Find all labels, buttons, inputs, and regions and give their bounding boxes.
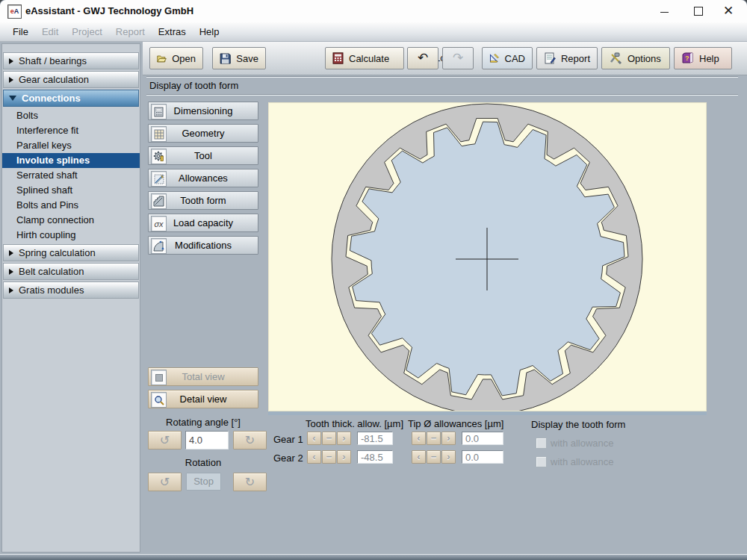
redo-icon: ↷ bbox=[453, 52, 463, 64]
geometry-button[interactable]: Geometry bbox=[148, 124, 258, 143]
rotating-angle-label: Rotating angle [°] bbox=[148, 417, 258, 428]
tooth-form-canvas[interactable] bbox=[268, 102, 707, 411]
open-button[interactable]: Open bbox=[149, 47, 203, 69]
menu-help[interactable]: Help bbox=[193, 22, 226, 41]
rotate-cw-icon: ↻ bbox=[245, 476, 255, 488]
menu-project: Project bbox=[65, 22, 108, 41]
sidebar-section-connections[interactable]: Connections bbox=[3, 90, 139, 107]
report-button[interactable]: Report bbox=[536, 47, 598, 69]
gear1-thickness-dec-button[interactable]: ‹ bbox=[307, 432, 321, 445]
tooth-form-button[interactable]: Tooth form bbox=[148, 191, 258, 210]
tooth-thickness-header: Tooth thick. allow. [µm] bbox=[306, 418, 403, 429]
sidebar-item-hirth-coupling[interactable]: Hirth coupling bbox=[2, 228, 140, 243]
floppy-disk-icon bbox=[220, 53, 231, 64]
menu-edit: Edit bbox=[35, 22, 65, 41]
gear1-tip-dec-button[interactable]: ‹ bbox=[412, 432, 426, 445]
modifications-button[interactable]: Modifications bbox=[148, 236, 258, 255]
chevron-right-icon: › bbox=[447, 451, 450, 462]
tools-icon bbox=[609, 52, 622, 64]
gear1-thickness-input[interactable] bbox=[357, 432, 393, 445]
sidebar-section-belt-calculation[interactable]: Belt calculation bbox=[3, 263, 139, 280]
chevron-left-icon: ‹ bbox=[312, 432, 315, 444]
rotating-angle-input[interactable] bbox=[185, 431, 229, 449]
gear2-thickness-dec-button[interactable]: ‹ bbox=[307, 450, 321, 464]
chevron-right-icon: › bbox=[342, 451, 345, 462]
gear2-label: Gear 2 bbox=[273, 452, 303, 464]
gear2-tip-input[interactable] bbox=[462, 450, 503, 464]
app-icon: eA bbox=[7, 4, 22, 19]
rotate-ccw-button[interactable]: ↺ bbox=[148, 431, 182, 449]
gear1-tip-input[interactable] bbox=[462, 432, 503, 445]
divider bbox=[146, 76, 738, 78]
help-button[interactable]: ? Help bbox=[674, 47, 732, 69]
sidebar-item-serrated-shaft[interactable]: Serrated shaft bbox=[2, 168, 140, 183]
calculate-button[interactable]: Calculate bbox=[325, 47, 404, 69]
chevron-left-icon: ‹ bbox=[417, 451, 420, 462]
menu-report: Report bbox=[109, 22, 152, 41]
chevron-left-icon: ‹ bbox=[312, 451, 315, 462]
title-bar: eA eAssistant - GWJ Technology GmbH ✕ bbox=[0, 0, 747, 23]
cad-icon bbox=[489, 52, 500, 64]
sidebar-section-spring-calculation[interactable]: Spring calculation bbox=[3, 244, 139, 261]
with-allowance-checkbox-2 bbox=[536, 456, 547, 467]
gear2-tip-inc-button[interactable]: › bbox=[441, 450, 456, 464]
minus-icon: − bbox=[326, 432, 332, 444]
toolbar: Open Save Local Calculate ↶ ↷ CAD Report bbox=[143, 42, 747, 75]
save-button[interactable]: Save bbox=[212, 47, 266, 69]
menu-extras[interactable]: Extras bbox=[152, 22, 193, 41]
detail-view-button[interactable]: Detail view bbox=[148, 390, 258, 408]
cad-button[interactable]: CAD bbox=[482, 47, 533, 69]
maximize-button[interactable] bbox=[687, 3, 710, 19]
gear1-thickness-zero-button[interactable]: − bbox=[322, 432, 336, 445]
minimize-button[interactable] bbox=[653, 3, 675, 19]
close-button[interactable]: ✕ bbox=[717, 3, 740, 19]
gear1-thickness-inc-button[interactable]: › bbox=[337, 432, 351, 445]
gear2-tip-zero-button[interactable]: − bbox=[427, 450, 441, 464]
rotate-cw-icon: ↻ bbox=[245, 434, 255, 447]
rotate-ccw-icon: ↺ bbox=[160, 476, 170, 488]
allowances-button[interactable]: Allowances bbox=[148, 169, 258, 187]
menu-file[interactable]: File bbox=[6, 22, 35, 41]
sidebar-item-parallel-keys[interactable]: Parallel keys bbox=[2, 138, 140, 153]
gear2-tip-dec-button[interactable]: ‹ bbox=[412, 450, 426, 464]
panel-title: Display of tooth form bbox=[149, 80, 238, 91]
rotation-ccw-button[interactable]: ↺ bbox=[148, 473, 182, 491]
window-bottom-edge bbox=[0, 554, 747, 560]
collapsed-arrow-icon bbox=[9, 58, 13, 64]
sidebar-item-splined-shaft[interactable]: Splined shaft bbox=[2, 183, 140, 198]
calculator-icon bbox=[332, 52, 344, 64]
maximize-icon bbox=[694, 7, 703, 16]
help-book-icon: ? bbox=[681, 52, 694, 64]
chevron-left-icon: ‹ bbox=[417, 432, 420, 444]
sidebar-item-bolts[interactable]: Bolts bbox=[2, 108, 140, 123]
sidebar-item-bolts-and-pins[interactable]: Bolts and Pins bbox=[2, 198, 140, 213]
tool-button[interactable]: Tool bbox=[148, 146, 258, 165]
options-button[interactable]: Options bbox=[601, 47, 670, 69]
gear2-thickness-zero-button[interactable]: − bbox=[322, 450, 336, 464]
with-allowance-label-2: with allowance bbox=[551, 456, 614, 467]
redo-button: ↷ bbox=[442, 47, 474, 69]
folder-open-icon bbox=[157, 53, 167, 64]
undo-icon: ↶ bbox=[418, 52, 428, 64]
rotation-cw-button[interactable]: ↻ bbox=[233, 473, 267, 491]
undo-button[interactable]: ↶ bbox=[407, 47, 438, 69]
sidebar-item-clamp-connection[interactable]: Clamp connection bbox=[2, 213, 140, 228]
collapsed-arrow-icon bbox=[9, 250, 13, 256]
collapsed-arrow-icon bbox=[9, 287, 13, 293]
gear1-tip-inc-button[interactable]: › bbox=[441, 432, 456, 445]
load-capacity-button[interactable]: σx Load capacity bbox=[148, 214, 258, 232]
minimize-icon bbox=[660, 12, 669, 13]
gear1-tip-zero-button[interactable]: − bbox=[427, 432, 441, 445]
gear2-thickness-inc-button[interactable]: › bbox=[337, 450, 351, 464]
sidebar-section-gear-calculation[interactable]: Gear calculation bbox=[3, 71, 139, 88]
sidebar-item-interference-fit[interactable]: Interference fit bbox=[2, 123, 140, 138]
sidebar-item-involute-splines[interactable]: Involute splines bbox=[2, 153, 140, 168]
display-tooth-form-label: Display the tooth form bbox=[531, 419, 625, 430]
sidebar-section-gratis-modules[interactable]: Gratis modules bbox=[3, 281, 139, 299]
dimensioning-button[interactable]: Dimensioning bbox=[148, 102, 258, 120]
with-allowance-checkbox-1 bbox=[536, 438, 547, 449]
gear2-thickness-input[interactable] bbox=[357, 450, 393, 464]
rotate-cw-button[interactable]: ↻ bbox=[233, 431, 267, 449]
sidebar-section-shaft-bearings[interactable]: Shaft / bearings bbox=[3, 52, 139, 69]
collapsed-arrow-icon bbox=[9, 77, 13, 83]
